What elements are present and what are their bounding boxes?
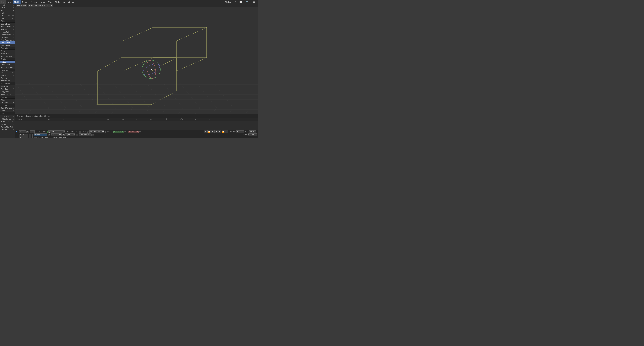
panel-more-windows[interactable]: More Windows ▼	[0, 39, 15, 41]
panel-move-pivot[interactable]: Move Pivot	[0, 52, 15, 55]
rate-input[interactable]: 100.0	[249, 130, 256, 133]
settings-icon[interactable]: ⚙	[233, 1, 238, 3]
panel-ik-boosttool[interactable]: IK BoostTool ^B	[0, 115, 15, 118]
panel-parent-in-place[interactable]: Parent in Place	[0, 41, 15, 44]
mode-label[interactable]: F11	[250, 1, 256, 3]
panel-edit[interactable]: Edit ▼	[0, 9, 15, 12]
objects-select[interactable]: Objects	[34, 133, 47, 136]
panel-presets[interactable]: Presets F8	[0, 28, 15, 31]
section-tools: Tools	[0, 112, 15, 115]
panel-scene-editor[interactable]: Scene Editor ▼	[0, 23, 15, 25]
menu-fxtools[interactable]: FX Tools	[28, 0, 38, 3]
menu-utilities[interactable]: Utilities	[66, 0, 75, 3]
panel-graph-editor[interactable]: Graph Editor ^F2	[0, 33, 15, 36]
step-back-btn[interactable]: ⏪	[208, 130, 211, 133]
menu-render[interactable]: Render	[38, 0, 47, 3]
panel-spline-disp-ctrl[interactable]: Spline Disp Ctrl	[0, 126, 15, 128]
panel-size[interactable]: Size ⌘H	[0, 71, 15, 74]
panel-move-tcb[interactable]: Move TCB ^G	[0, 120, 15, 123]
b-value-input[interactable]	[19, 136, 28, 138]
step-fwd-btn[interactable]: ⏩	[222, 130, 225, 133]
cameras-select[interactable]: Cameras	[79, 133, 91, 136]
viewport-shading-extra-btn[interactable]: ▼	[49, 4, 53, 7]
panel-move-path[interactable]: Move Path	[0, 85, 15, 88]
current-item-indicator[interactable]	[47, 131, 48, 133]
expand-icon[interactable]: ⬜	[238, 1, 243, 3]
panel-rotate[interactable]: Rotate	[0, 60, 15, 63]
menu-bar: File Items Modify Setup FX Tools Render …	[0, 0, 258, 4]
viewport-camera-btn[interactable]: Perspective	[16, 4, 27, 7]
panel-stretch[interactable]: Stretch h	[0, 74, 15, 77]
panel-coord-system[interactable]: Coord System ▼	[0, 107, 15, 109]
panel-rotate-pivot[interactable]: Rotate Pivot	[0, 63, 15, 66]
menu-model[interactable]: Model	[54, 0, 62, 3]
panel-quit[interactable]: Quit ⌘Q	[0, 17, 15, 20]
section-motion-path: Motion Path	[0, 82, 15, 85]
divider-b1	[32, 136, 32, 138]
stop-btn[interactable]: ⏹	[211, 130, 214, 133]
section-rotate: Rotate	[0, 58, 15, 60]
panel-image-editor[interactable]: Image Editor F6	[0, 31, 15, 33]
panel-backdrop[interactable]: Backdrop ^F5	[0, 36, 15, 39]
timeline-playhead[interactable]	[36, 121, 36, 130]
panel-add-to-position[interactable]: Add to Position	[0, 55, 15, 58]
objects-toggle[interactable]: +C	[48, 134, 50, 136]
panel-load[interactable]: Load ▼	[0, 4, 15, 6]
grid-input[interactable]: 500 mm	[248, 133, 257, 136]
viewport-shading-select[interactable]: Front Face Wireframe	[28, 4, 49, 7]
panel-save[interactable]: Save ▼	[0, 6, 15, 9]
frame-input[interactable]: 0	[30, 130, 34, 133]
panel-add-to-scale[interactable]: Add to Scale	[0, 79, 15, 82]
go-end-btn[interactable]: ⏭	[225, 130, 228, 133]
h-key-indicator[interactable]: E	[26, 131, 29, 133]
auto-key-select[interactable]: All Channels	[90, 130, 104, 133]
menu-items[interactable]: Items	[6, 0, 13, 3]
p-value-input[interactable]	[19, 134, 28, 136]
section-arrange: Arrange	[0, 96, 15, 99]
search-icon[interactable]: 🔍	[245, 1, 250, 3]
section-translate: Translate	[0, 47, 15, 50]
viewport-status-bar: Drag mouse in view to rotate selected it…	[16, 114, 258, 118]
panel-copy-motion[interactable]: Copy Motion	[0, 90, 15, 93]
panel-help[interactable]: Help	[0, 12, 15, 14]
lights-toggle[interactable]: +L	[76, 134, 78, 136]
panel-ikb-calculate[interactable]: IKB Calculate ^X	[0, 118, 15, 120]
menu-modify[interactable]: Modify	[13, 0, 21, 3]
panel-clear-scene[interactable]: Clear Scene ⌘N	[0, 14, 15, 17]
p-key-indicator[interactable]: E	[29, 134, 31, 136]
panel-sliders[interactable]: Sliders ^D	[0, 123, 15, 126]
menu-io[interactable]: I/O	[62, 0, 66, 3]
menu-file[interactable]: File	[0, 0, 6, 3]
go-start-btn[interactable]: ⏮	[204, 130, 207, 133]
menu-view[interactable]: View	[47, 0, 54, 3]
menu-setup[interactable]: Setup	[21, 0, 28, 3]
svg-point-57	[151, 69, 152, 70]
timeline-tracks[interactable]	[16, 121, 258, 130]
h-value-input[interactable]	[19, 130, 26, 133]
cameras-toggle[interactable]: +C	[92, 134, 94, 136]
play-btn[interactable]: ▶	[218, 130, 221, 133]
delete-key-btn[interactable]: Delete Key	[128, 131, 138, 133]
panel-path-tool[interactable]: Path Tool ^;	[0, 88, 15, 90]
panel-paste-motion[interactable]: Paste Motion	[0, 93, 15, 96]
panel-distribute[interactable]: Distribute ▼	[0, 101, 15, 104]
bones-select[interactable]: Bones	[51, 133, 62, 136]
panel-edit-tool[interactable]: Edit Tool ^E	[0, 128, 15, 131]
b-key-indicator[interactable]: E	[29, 136, 31, 138]
panel-move[interactable]: Move	[0, 50, 15, 52]
panel-squash[interactable]: Squash	[0, 77, 15, 79]
create-key-btn[interactable]: Create Key	[113, 131, 124, 133]
bones-toggle[interactable]: +B	[62, 134, 64, 136]
pause-btn[interactable]: ⏸	[214, 130, 218, 133]
current-item-select[interactable]: gimbal	[48, 130, 65, 133]
h-label: H	[16, 131, 18, 133]
auto-key-checkbox[interactable]: ✓	[79, 131, 81, 133]
preview-select[interactable]: ▼	[236, 130, 244, 133]
panel-add-to-rotation[interactable]: Add to Rotation	[0, 66, 15, 68]
panel-reset[interactable]: Reset ▼	[0, 109, 15, 112]
panel-surface-editor[interactable]: Surface Editor F9	[0, 25, 15, 28]
viewport-canvas[interactable]: Drag mouse in view to rotate selected it…	[16, 7, 258, 118]
panel-align[interactable]: Align ▼	[0, 99, 15, 101]
lights-select[interactable]: Lights	[65, 133, 75, 136]
panel-studio-live[interactable]: Studio LIVE	[0, 44, 15, 47]
